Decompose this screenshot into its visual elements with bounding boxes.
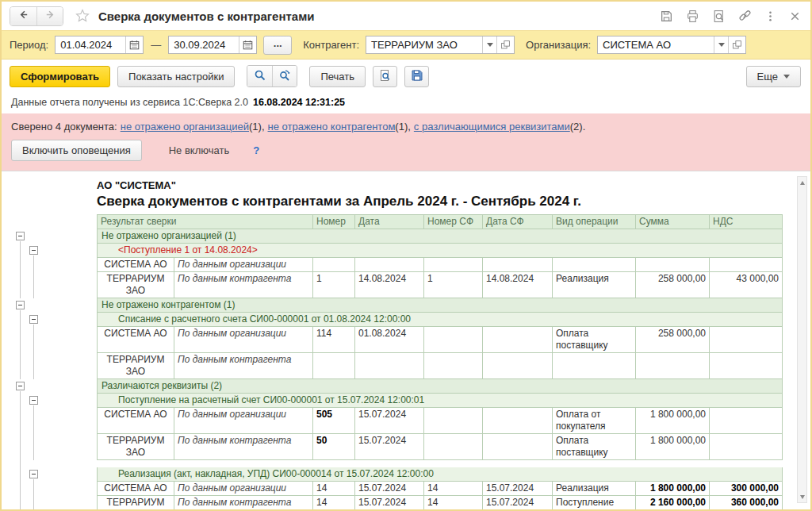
table-cell: По данным организации bbox=[174, 482, 313, 496]
app-window: Сверка документов с контрагентами bbox=[0, 0, 812, 511]
preview-button[interactable] bbox=[373, 66, 397, 87]
organization-label: Организация: bbox=[526, 39, 591, 51]
table-cell bbox=[710, 353, 783, 379]
tree-gutter bbox=[10, 327, 97, 353]
collapse-toggle-icon[interactable] bbox=[16, 301, 25, 309]
chevron-down-icon[interactable] bbox=[714, 36, 728, 53]
group-row[interactable]: Не отражено контрагентом (1) bbox=[10, 298, 790, 313]
print-button[interactable]: Печать bbox=[309, 66, 366, 87]
tree-gutter bbox=[10, 467, 97, 482]
organization-value[interactable]: СИСТЕМА АО bbox=[598, 36, 714, 53]
table-row[interactable]: СИСТЕМА АОПо данным организации bbox=[10, 258, 790, 272]
table-cell: ТЕРРАРИУМ ЗАО bbox=[97, 434, 174, 460]
table-row[interactable]: СИСТЕМА АОПо данным организации1415.07.2… bbox=[10, 482, 790, 496]
period-from-value[interactable]: 01.04.2024 bbox=[56, 36, 125, 53]
save-icon[interactable] bbox=[660, 10, 673, 23]
table-cell: 14 bbox=[424, 496, 483, 509]
collapse-toggle-icon[interactable] bbox=[29, 315, 38, 324]
link-not-reflected-cp[interactable]: не отражено контрагентом bbox=[268, 121, 396, 133]
collapse-toggle-icon[interactable] bbox=[16, 232, 25, 240]
subgroup-row[interactable]: Реализация (акт, накладная, УПД) СИ00-00… bbox=[10, 467, 790, 482]
table-row[interactable]: ТЕРРАРИУМ ЗАОПо данным контрагента5015.0… bbox=[10, 434, 790, 460]
print-icon[interactable] bbox=[686, 10, 699, 23]
subgroup-row[interactable]: Поступление на расчетный счет СИ00-00000… bbox=[10, 394, 790, 408]
table-row[interactable]: ТЕРРАРИУМ ЗАОПо данным контрагента bbox=[10, 353, 790, 379]
chevron-down-icon[interactable] bbox=[482, 36, 496, 53]
tree-gutter bbox=[10, 229, 97, 244]
table-cell: 360 000,00 bbox=[710, 496, 783, 509]
organization-field[interactable]: СИСТЕМА АО bbox=[597, 36, 746, 54]
table-cell: 1 800 000,00 bbox=[636, 408, 710, 434]
table-cell bbox=[483, 353, 553, 379]
subgroup-row[interactable]: Списание с расчетного счета СИ00-000001 … bbox=[10, 313, 790, 327]
reconciliation-alert: Сверено 4 документа:не отражено организа… bbox=[2, 113, 810, 171]
status-line: Данные отчета получены из сервиса 1С:Све… bbox=[2, 93, 810, 113]
page-title: Сверка документов с контрагентами bbox=[98, 10, 314, 23]
more-button[interactable]: Еще bbox=[746, 66, 801, 87]
collapse-toggle-icon[interactable] bbox=[16, 382, 25, 390]
period-to-field[interactable]: 30.09.2024 bbox=[168, 36, 257, 54]
tree-gutter bbox=[10, 482, 97, 496]
link-icon[interactable] bbox=[738, 10, 752, 23]
table-row[interactable]: СИСТЕМА АОПо данным организации50515.07.… bbox=[10, 408, 790, 434]
show-settings-button[interactable]: Показать настройки bbox=[117, 66, 235, 87]
collapse-toggle-icon[interactable] bbox=[29, 396, 38, 405]
back-button[interactable] bbox=[10, 7, 36, 25]
open-icon[interactable] bbox=[728, 36, 745, 53]
print-preview-icon[interactable] bbox=[712, 10, 726, 23]
table-cell bbox=[710, 327, 783, 353]
favorite-star-icon[interactable] bbox=[75, 8, 90, 24]
generate-button[interactable]: Сформировать bbox=[10, 66, 110, 87]
table-cell: Реализация bbox=[553, 272, 636, 298]
report-org-name: АО "СИСТЕМА" bbox=[97, 178, 790, 193]
history-nav bbox=[10, 6, 63, 26]
period-more-button[interactable]: ... bbox=[263, 36, 292, 55]
decline-notifications-button[interactable]: Не включать bbox=[169, 144, 229, 156]
vertical-scrollbar[interactable] bbox=[797, 176, 807, 503]
table-cell: 1 800 000,00 bbox=[636, 434, 710, 460]
table-cell: По данным организации bbox=[174, 327, 313, 353]
table-row[interactable]: СИСТЕМА АОПо данным организации11401.08.… bbox=[10, 327, 790, 353]
tree-gutter bbox=[10, 408, 97, 434]
table-cell: 1 bbox=[424, 272, 483, 298]
table-row[interactable]: ТЕРРАРИУМ ЗАОПо данным контрагента1415.0… bbox=[10, 496, 790, 509]
subgroup-row[interactable]: <Поступление 1 от 14.08.2024> bbox=[10, 244, 790, 258]
group-row[interactable]: Различаются реквизиты (2) bbox=[10, 379, 790, 394]
forward-button[interactable] bbox=[36, 7, 63, 25]
group-row[interactable]: Не отражено организацией (1) bbox=[10, 229, 790, 244]
link-not-reflected-org[interactable]: не отражено организацией bbox=[121, 121, 249, 133]
period-from-field[interactable]: 01.04.2024 bbox=[55, 36, 144, 54]
calendar-icon[interactable] bbox=[239, 36, 256, 53]
counterparty-field[interactable]: ТЕРРАРИУМ ЗАО bbox=[366, 36, 515, 54]
table-cell: 14.08.2024 bbox=[483, 272, 553, 298]
scroll-down-icon[interactable] bbox=[798, 492, 806, 501]
scroll-up-icon[interactable] bbox=[798, 178, 806, 187]
open-icon[interactable] bbox=[496, 36, 514, 53]
table-row[interactable]: ТЕРРАРИУМ ЗАОПо данным контрагента114.08… bbox=[10, 272, 790, 298]
group-header-label: Различаются реквизиты (2) bbox=[97, 379, 783, 394]
spacer-row bbox=[10, 460, 790, 467]
help-icon[interactable]: ? bbox=[253, 144, 259, 156]
collapse-toggle-icon[interactable] bbox=[29, 470, 38, 478]
search-button[interactable] bbox=[247, 66, 272, 86]
table-cell: 50 bbox=[313, 434, 355, 460]
column-header: Дата bbox=[355, 214, 424, 229]
period-to-value[interactable]: 30.09.2024 bbox=[169, 36, 239, 53]
tree-gutter bbox=[10, 313, 97, 327]
search-next-button[interactable] bbox=[272, 66, 297, 86]
link-different-details[interactable]: с различающимися реквизитами bbox=[414, 121, 570, 133]
table-cell: 14 bbox=[424, 482, 483, 496]
menu-dots-icon[interactable] bbox=[764, 10, 776, 23]
calendar-icon[interactable] bbox=[125, 36, 143, 53]
close-icon[interactable] bbox=[789, 10, 801, 22]
table-cell bbox=[710, 258, 783, 272]
collapse-toggle-icon[interactable] bbox=[29, 246, 38, 255]
table-cell: 14 bbox=[313, 496, 355, 509]
document-header-label: Реализация (акт, накладная, УПД) СИ00-00… bbox=[97, 467, 783, 482]
table-cell bbox=[710, 408, 783, 434]
tree-gutter bbox=[10, 214, 97, 229]
counterparty-value[interactable]: ТЕРРАРИУМ ЗАО bbox=[366, 36, 482, 53]
save-result-button[interactable] bbox=[404, 66, 429, 87]
enable-notifications-button[interactable]: Включить оповещения bbox=[11, 140, 142, 161]
table-cell bbox=[313, 353, 355, 379]
